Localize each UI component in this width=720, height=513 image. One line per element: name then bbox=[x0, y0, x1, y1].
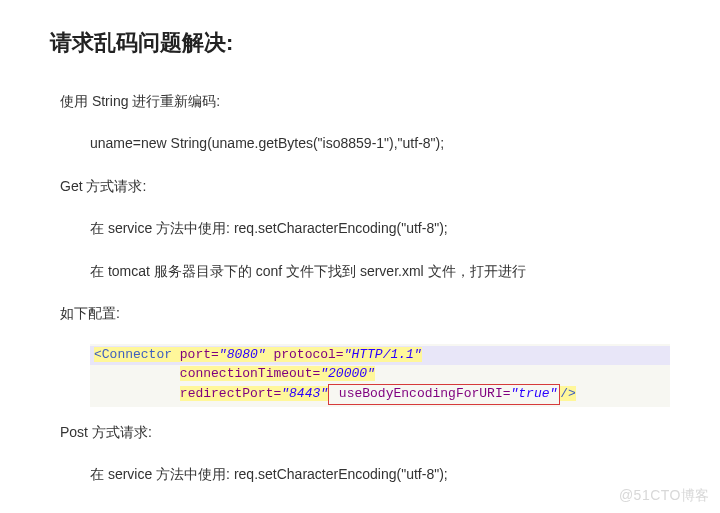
highlight-redbox: useBodyEncodingForURI="true" bbox=[328, 384, 560, 405]
attr-enc-val: "true" bbox=[511, 386, 558, 401]
xml-tag-open: <Connector bbox=[94, 347, 172, 362]
attr-port-name: port= bbox=[172, 347, 219, 362]
xml-line-1: <Connector port="8080" protocol="HTTP/1.… bbox=[90, 346, 670, 365]
attr-ct-val: "20000" bbox=[320, 366, 375, 381]
xml-line-2: connectionTimeout="20000" bbox=[90, 365, 670, 384]
get-line-2: 在 tomcat 服务器目录下的 conf 文件下找到 server.xml 文… bbox=[90, 260, 670, 282]
section-get-request: Get 方式请求: bbox=[60, 175, 670, 197]
xml-indent-2 bbox=[94, 366, 180, 381]
get-line-1: 在 service 方法中使用: req.setCharacterEncodin… bbox=[90, 217, 670, 239]
xml-code-block: <Connector port="8080" protocol="HTTP/1.… bbox=[90, 344, 670, 407]
heading-title: 请求乱码问题解决: bbox=[50, 28, 670, 58]
xml-tag-close: /> bbox=[560, 386, 576, 401]
post-line-1: 在 service 方法中使用: req.setCharacterEncodin… bbox=[90, 463, 670, 485]
attr-rp-name: redirectPort= bbox=[180, 386, 281, 401]
watermark: @51CTO博客 bbox=[619, 487, 710, 505]
attr-proto-val: "HTTP/1.1" bbox=[344, 347, 422, 362]
attr-enc-name: useBodyEncodingForURI= bbox=[331, 386, 510, 401]
attr-ct-name: connectionTimeout= bbox=[180, 366, 320, 381]
section-config-label: 如下配置: bbox=[60, 302, 670, 324]
attr-proto-name: protocol= bbox=[266, 347, 344, 362]
attr-rp-val: "8443" bbox=[281, 386, 328, 401]
attr-port-val: "8080" bbox=[219, 347, 266, 362]
xml-indent-3 bbox=[94, 386, 180, 401]
section-post-request: Post 方式请求: bbox=[60, 421, 670, 443]
xml-line-3: redirectPort="8443" useBodyEncodingForUR… bbox=[90, 384, 670, 405]
code-string-reencode: uname=new String(uname.getBytes("iso8859… bbox=[90, 132, 670, 154]
section-string-reencode: 使用 String 进行重新编码: bbox=[60, 90, 670, 112]
